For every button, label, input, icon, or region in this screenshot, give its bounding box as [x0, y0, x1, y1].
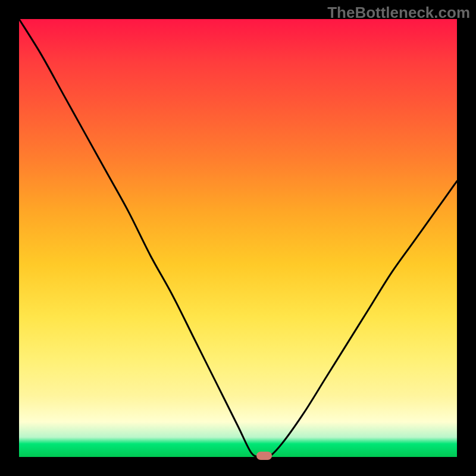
optimal-point-marker	[256, 452, 272, 460]
watermark-text: TheBottleneck.com	[327, 4, 470, 22]
plot-area	[19, 19, 457, 457]
line-series	[19, 19, 457, 457]
bottleneck-curve-path	[19, 19, 457, 457]
chart-container: TheBottleneck.com	[0, 0, 476, 476]
